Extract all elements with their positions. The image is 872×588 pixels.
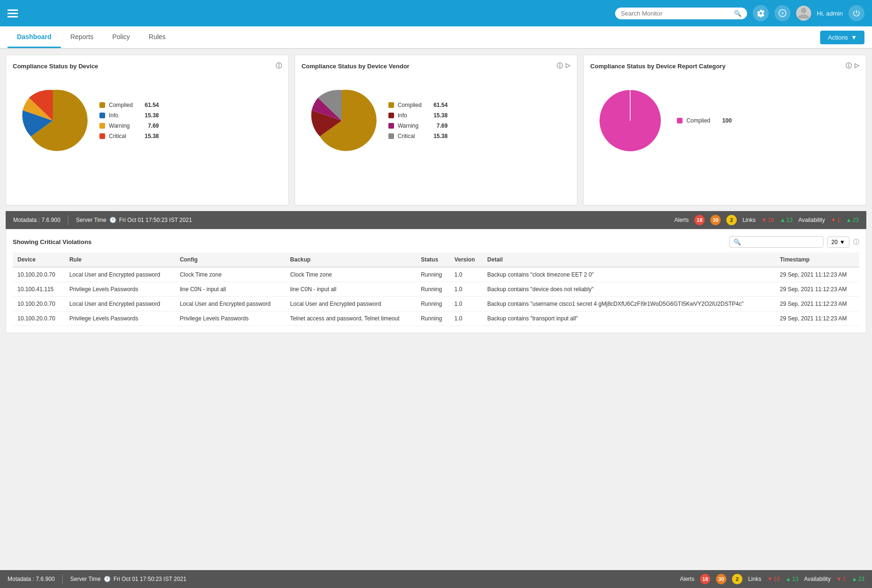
chart2-icons: ⓘ ▷ (557, 62, 570, 70)
cell-timestamp: 29 Sep, 2021 11:12:23 AM (775, 311, 860, 326)
chart-compliance-device: Compliance Status by Device ⓘ (6, 55, 289, 205)
actions-button[interactable]: Actions ▼ (820, 31, 864, 44)
header-right: 🔍 ? Hi, admin (615, 5, 864, 21)
legend-dot (99, 123, 105, 129)
cell-status: Running (416, 311, 450, 326)
table-header-row: Device Rule Config Backup Status Version… (13, 253, 859, 267)
col-rule: Rule (65, 253, 175, 267)
avail-down: ▼ 1 (831, 217, 840, 223)
cell-backup: Telnet access and password, Telnet timeo… (286, 311, 416, 326)
col-timestamp: Timestamp (775, 253, 860, 267)
cell-detail: Backup contains "device does not reliabl… (483, 282, 775, 297)
violations-section: Showing Critical Violations 🔍 20 ▼ ⓘ Dev… (6, 229, 866, 333)
cell-device: 10.100.20.0.70 (13, 267, 65, 282)
chart1-content: Complied 61.54 Info 15.38 Warning 7.69 (13, 76, 282, 165)
cell-backup: Clock Time zone (286, 267, 416, 282)
cell-detail: Backup contains "username cisco1 secret … (483, 297, 775, 311)
chart2-pie (306, 85, 377, 156)
arrow-down-icon: ▼ (761, 217, 767, 223)
table-row: 10.100.20.0.70 Local User and Encrypted … (13, 297, 859, 311)
hamburger-menu[interactable] (8, 9, 18, 17)
cell-config: Privilege Levels Passwords (175, 311, 285, 326)
info-icon[interactable]: ⓘ (853, 238, 859, 246)
links-label: Links (742, 217, 756, 223)
col-status: Status (416, 253, 450, 267)
tab-rules[interactable]: Rules (140, 26, 175, 48)
table-controls: 🔍 20 ▼ ⓘ (729, 236, 859, 248)
header-left (8, 9, 18, 17)
chart3-legend: Complied 100 (677, 117, 732, 124)
chart1-pie (17, 85, 88, 156)
chart3-title-row: Compliance Status by Device Report Categ… (590, 62, 859, 70)
info-icon[interactable]: ⓘ (846, 62, 852, 70)
time-label: Server Time (76, 217, 107, 223)
chart3-icons: ⓘ ▷ (846, 62, 859, 70)
alerts-label: Alerts (674, 217, 689, 223)
legend-dot (388, 123, 394, 129)
table-row: 10.100.20.0.70 Privilege Levels Password… (13, 311, 859, 326)
chart1-icons: ⓘ (276, 62, 282, 70)
avail-down-count: 1 (837, 217, 840, 223)
col-detail: Detail (483, 253, 775, 267)
chart3-content: Complied 100 (590, 76, 859, 165)
legend-item: Warning 7.69 (99, 122, 159, 129)
camera-icon[interactable] (753, 5, 769, 21)
link-down: ▼ 18 (761, 217, 774, 223)
avatar[interactable] (796, 6, 811, 21)
chevron-down-icon: ▼ (839, 239, 845, 245)
filter-icon[interactable]: ▷ (566, 62, 570, 70)
alert-red-badge: 18 (694, 215, 705, 225)
link-up-count: 13 (786, 217, 792, 223)
table-head: Device Rule Config Backup Status Version… (13, 253, 859, 267)
info-icon[interactable]: ⓘ (557, 62, 563, 70)
legend-dot (677, 118, 683, 123)
status-bar-middle: Motadata : 7.6.900 Server Time 🕐 Fri Oct… (6, 211, 866, 229)
cell-timestamp: 29 Sep, 2021 11:12:23 AM (775, 282, 860, 297)
chart1-title: Compliance Status by Device (13, 63, 98, 70)
user-info[interactable]: Hi, admin (817, 10, 843, 17)
chart3-pie (595, 85, 666, 156)
avail-up: ▲ 23 (846, 217, 859, 223)
table-row: 10.100.41.115 Privilege Levels Passwords… (13, 282, 859, 297)
power-icon[interactable] (848, 5, 864, 21)
chart2-legend: Complied 61.54 Info 15.38 Warning 7.69 (388, 102, 448, 139)
tabs-container: Dashboard Reports Policy Rules (8, 26, 175, 48)
cell-detail: Backup contains "clock timezone EET 2 0" (483, 267, 775, 282)
page-size-select[interactable]: 20 ▼ (827, 237, 849, 248)
table-row: 10.100.20.0.70 Local User and Encrypted … (13, 267, 859, 282)
cell-backup: line C0N - input all (286, 282, 416, 297)
tab-dashboard[interactable]: Dashboard (8, 26, 61, 48)
cell-config: Clock Time zone (175, 267, 285, 282)
legend-item: Info 15.38 (99, 112, 159, 119)
link-down-count: 18 (768, 217, 774, 223)
main-content: Compliance Status by Device ⓘ (0, 49, 872, 339)
tab-policy[interactable]: Policy (103, 26, 139, 48)
info-icon[interactable]: ⓘ (276, 62, 282, 70)
table-header: Showing Critical Violations 🔍 20 ▼ ⓘ (13, 236, 859, 248)
time-value: Fri Oct 01 17:50:23 IST 2021 (119, 217, 192, 223)
cell-device: 10.100.41.115 (13, 282, 65, 297)
table-search-input[interactable] (744, 239, 819, 245)
legend-item: Critical 15.38 (99, 133, 159, 139)
alert-orange-badge: 30 (710, 215, 721, 225)
search-bar[interactable]: 🔍 (615, 8, 747, 19)
arrow-down-icon: ▼ (831, 217, 836, 223)
legend-item: Info 15.38 (388, 112, 448, 119)
tab-reports[interactable]: Reports (61, 26, 103, 48)
table-body: 10.100.20.0.70 Local User and Encrypted … (13, 267, 859, 326)
table-search[interactable]: 🔍 (729, 236, 823, 248)
divider (68, 215, 68, 225)
help-icon[interactable]: ? (774, 5, 790, 21)
cell-device: 10.100.20.0.70 (13, 311, 65, 326)
cell-version: 1.0 (450, 267, 483, 282)
legend-dot (99, 102, 105, 108)
cell-config: line C0N - input all (175, 282, 285, 297)
chart3-title: Compliance Status by Device Report Categ… (590, 63, 725, 70)
legend-dot (99, 133, 105, 139)
filter-icon[interactable]: ▷ (855, 62, 859, 70)
cell-config: Local User and Encrypted password (175, 297, 285, 311)
legend-item: Warning 7.69 (388, 122, 448, 129)
cell-status: Running (416, 267, 450, 282)
legend-dot (388, 102, 394, 108)
search-input[interactable] (621, 10, 730, 17)
